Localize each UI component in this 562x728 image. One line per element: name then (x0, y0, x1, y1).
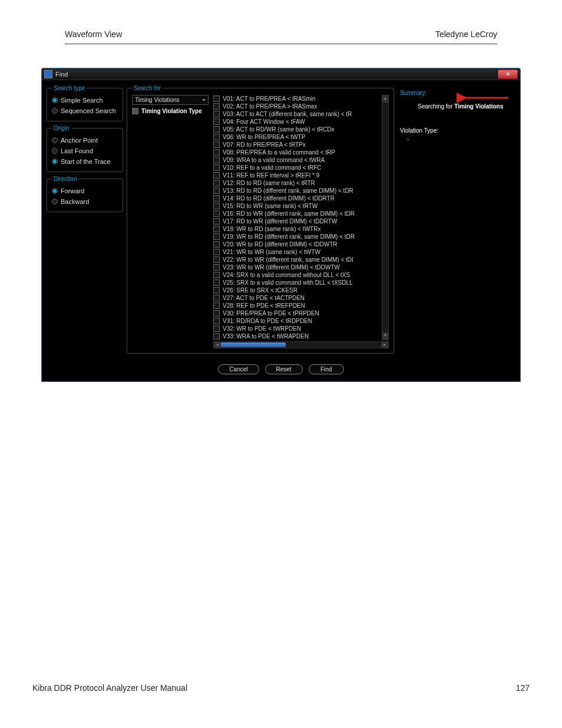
tvt-checkbox[interactable] (132, 108, 138, 114)
violation-row[interactable]: V04: Four ACT Window < tFAW (213, 118, 381, 126)
violation-checkbox[interactable] (213, 111, 220, 117)
violation-row[interactable]: V05: ACT to RD/WR (same bank) < tRCDx (213, 126, 381, 133)
search-for-legend: Search for (132, 85, 163, 91)
violation-checkbox[interactable] (213, 295, 220, 301)
radio-icon[interactable] (52, 199, 58, 205)
violation-checkbox[interactable] (213, 187, 220, 194)
reset-button[interactable]: Reset (265, 364, 303, 374)
titlebar[interactable]: Find ✕ (42, 68, 520, 80)
violation-row[interactable]: V19: WR to RD (different rank, same DIMM… (213, 233, 381, 241)
horizontal-scrollbar[interactable]: ◂ ▸ (213, 341, 389, 348)
radio-icon[interactable] (52, 148, 58, 154)
violation-checkbox[interactable] (213, 256, 220, 263)
violation-checkbox[interactable] (213, 333, 220, 340)
violation-checkbox[interactable] (213, 180, 220, 186)
violation-checkbox[interactable] (213, 249, 220, 255)
violation-row[interactable]: V11: REF to REF interval > tREFI * 9 (213, 172, 381, 179)
violation-checkbox[interactable] (213, 233, 220, 240)
violation-checkbox[interactable] (213, 218, 220, 225)
violation-row[interactable]: V26: SRE to SRX < tCKESR (213, 286, 381, 294)
violation-checkbox[interactable] (213, 164, 220, 171)
violation-row[interactable]: V14: RD to RD (different DIMM) < tDDRTR (213, 195, 381, 202)
radio-icon[interactable] (52, 137, 58, 143)
search-type-option[interactable]: Sequenced Search (52, 106, 118, 116)
violation-checkbox[interactable] (213, 157, 220, 163)
violation-checkbox[interactable] (213, 195, 220, 202)
violation-checkbox[interactable] (213, 103, 220, 110)
violation-row[interactable]: V20: WR to RD (different DIMM) < tDDWTR (213, 241, 381, 248)
violation-checkbox[interactable] (213, 126, 220, 133)
violation-row[interactable]: V28: REF to PDE < tREFPDEN (213, 302, 381, 309)
radio-icon[interactable] (52, 188, 58, 194)
violation-row[interactable]: V30: PRE/PREA to PDE < tPRPDEN (213, 309, 381, 317)
violation-row[interactable]: V27: ACT to PDE < tACTPDEN (213, 294, 381, 302)
violation-checkbox[interactable] (213, 310, 220, 317)
violation-checkbox[interactable] (213, 95, 220, 102)
violation-row[interactable]: V06: WR to PRE/PREA < tWTP (213, 133, 381, 141)
scroll-thumb[interactable] (221, 342, 286, 347)
scroll-left-icon[interactable]: ◂ (214, 342, 221, 348)
violation-row[interactable]: V13: RD to RD (different rank, same DIMM… (213, 187, 381, 195)
direction-option[interactable]: Backward (52, 196, 118, 207)
violation-checkbox[interactable] (213, 318, 220, 324)
violation-row[interactable]: V08: PRE/PREA to a valid command < tRP (213, 149, 381, 156)
close-button[interactable]: ✕ (498, 70, 518, 79)
violation-row[interactable]: V01: ACT to PRE/PREA < tRASmin (213, 95, 381, 103)
violation-row[interactable]: V31: RD/RDA to PDE < tRDPDEN (213, 317, 381, 325)
violation-row[interactable]: V32: WR to PDE < tWRPDEN (213, 325, 381, 332)
violation-row[interactable]: V09: WRA to a valid command < tWRA (213, 156, 381, 164)
vertical-scrollbar[interactable]: ▴ ▾ (382, 95, 389, 340)
find-button[interactable]: Find (309, 364, 344, 374)
violation-checkbox[interactable] (213, 134, 220, 140)
radio-icon[interactable] (52, 97, 58, 103)
violation-checkbox[interactable] (213, 141, 220, 148)
search-type-option[interactable]: Simple Search (52, 95, 118, 106)
violation-checkbox[interactable] (213, 325, 220, 332)
violation-checkbox[interactable] (213, 264, 220, 271)
violation-label: V20: WR to RD (different DIMM) < tDDWTR (223, 241, 338, 248)
scroll-down-icon[interactable]: ▾ (382, 332, 388, 340)
violation-row[interactable]: V17: RD to WR (different DIMM) < tDDRTW (213, 218, 381, 225)
radio-icon[interactable] (52, 159, 58, 164)
violation-row[interactable]: V23: WR to WR (different DIMM) < tDDWTW (213, 263, 381, 271)
cancel-button[interactable]: Cancel (218, 364, 259, 374)
violation-checkbox[interactable] (213, 272, 220, 278)
violation-label: V09: WRA to a valid command < tWRA (223, 157, 325, 163)
violation-row[interactable]: V07: RD to PRE/PREA < tRTPx (213, 141, 381, 149)
violation-label: V08: PRE/PREA to a valid command < tRP (223, 149, 335, 156)
violation-row[interactable]: V10: REF to a valid command < tRFC (213, 164, 381, 172)
violation-checkbox[interactable] (213, 287, 220, 294)
search-for-dropdown[interactable]: Timing Violations (132, 95, 209, 105)
origin-option[interactable]: Start of the Trace (52, 156, 118, 167)
violation-checkbox[interactable] (213, 210, 220, 217)
violation-row[interactable]: V15: RD to WR (same rank) < tRTW (213, 202, 381, 210)
violation-checkbox[interactable] (213, 302, 220, 309)
violation-checkbox[interactable] (213, 203, 220, 209)
violation-checkbox[interactable] (213, 149, 220, 156)
search-type-group: Search type Simple SearchSequenced Searc… (47, 85, 123, 121)
violation-row[interactable]: V21: WR to WR (same rank) < tWTW (213, 248, 381, 256)
timing-violation-type-row[interactable]: Timing Violation Type (132, 107, 209, 115)
violation-checkbox[interactable] (213, 241, 220, 248)
scroll-right-icon[interactable]: ▸ (381, 342, 388, 348)
violation-row[interactable]: V25: SRX to a valid command with DLL < t… (213, 279, 381, 286)
direction-option[interactable]: Forward (52, 186, 118, 196)
violation-row[interactable]: V03: ACT to ACT (different bank, same ra… (213, 110, 381, 118)
violation-row[interactable]: V18: WR to RD (same rank) < tWTRx (213, 225, 381, 233)
violation-row[interactable]: V33: WRA to PDE < tWRAPDEN (213, 332, 381, 340)
violation-checkbox[interactable] (213, 279, 220, 286)
violation-row[interactable]: V16: RD to WR (different rank, same DIMM… (213, 210, 381, 218)
footer-left: Kibra DDR Protocol Analyzer User Manual (32, 683, 187, 693)
scroll-up-icon[interactable]: ▴ (382, 95, 388, 103)
radio-icon[interactable] (52, 108, 58, 114)
origin-option[interactable]: Last Found (52, 146, 118, 156)
chevron-down-icon (202, 99, 206, 101)
violation-row[interactable]: V22: WR to WR (different rank, same DIMM… (213, 256, 381, 263)
violation-row[interactable]: V02: ACT to PRE/PREA > tRASmax (213, 103, 381, 110)
violation-checkbox[interactable] (213, 226, 220, 232)
violation-checkbox[interactable] (213, 172, 220, 179)
violation-checkbox[interactable] (213, 118, 220, 125)
origin-option[interactable]: Anchor Point (52, 135, 118, 146)
violation-row[interactable]: V12: RD to RD (same rank) < tRTR (213, 179, 381, 187)
violation-row[interactable]: V24: SRX to a valid command without DLL … (213, 271, 381, 279)
